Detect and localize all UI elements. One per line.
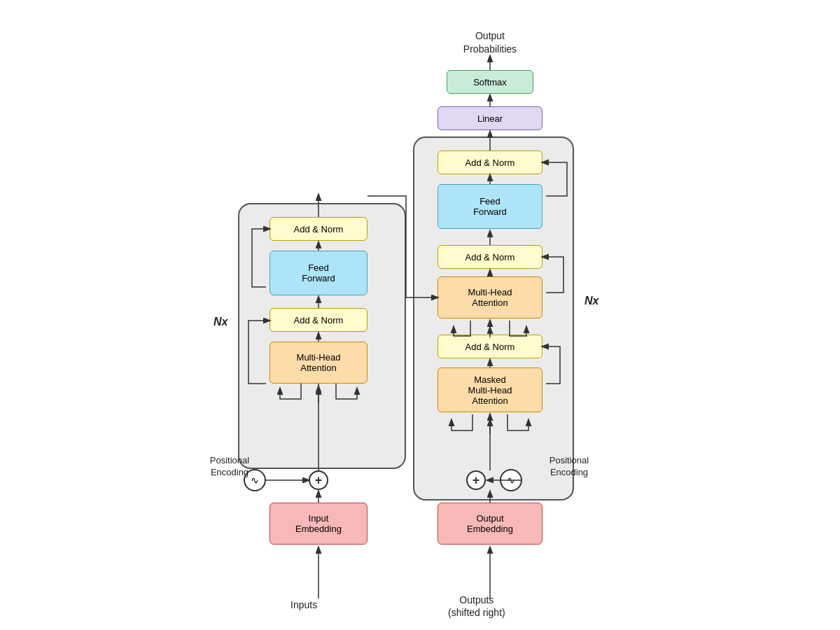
encoder-feed-forward: Feed Forward (270, 251, 368, 295)
encoder-add-norm-1: Add & Norm (270, 217, 368, 241)
softmax-box: Softmax (447, 70, 533, 94)
encoder-nx-label: Nx (214, 315, 227, 330)
decoder-feed-forward: Feed Forward (438, 184, 542, 229)
decoder-masked-multi-head: Masked Multi-Head Attention (438, 368, 542, 412)
encoder-add-norm-2: Add & Norm (270, 308, 368, 332)
decoder-positional-label: Positional Encoding (531, 455, 608, 479)
decoder-add-norm-3: Add & Norm (438, 335, 542, 358)
output-probabilities-label: Output Probabilities (435, 29, 545, 56)
encoder-multi-head: Multi-Head Attention (270, 342, 368, 384)
encoder-container (238, 203, 406, 469)
decoder-nx-label: Nx (584, 294, 598, 309)
decoder-multi-head: Multi-Head Attention (438, 276, 542, 318)
linear-box: Linear (438, 106, 542, 130)
encoder-plus-circle: + (309, 470, 328, 490)
outputs-label: Outputs (shifted right) (448, 594, 505, 619)
decoder-plus-circle: + (466, 470, 486, 490)
decoder-positional-sine: ∿ (500, 469, 522, 491)
encoder-positional-label: Positional Encoding (195, 455, 265, 479)
decoder-add-norm-1: Add & Norm (438, 150, 542, 174)
encoder-input-embedding: Input Embedding (270, 503, 368, 545)
inputs-label: Inputs (290, 598, 317, 611)
decoder-add-norm-2: Add & Norm (438, 245, 542, 269)
decoder-output-embedding: Output Embedding (438, 503, 542, 545)
